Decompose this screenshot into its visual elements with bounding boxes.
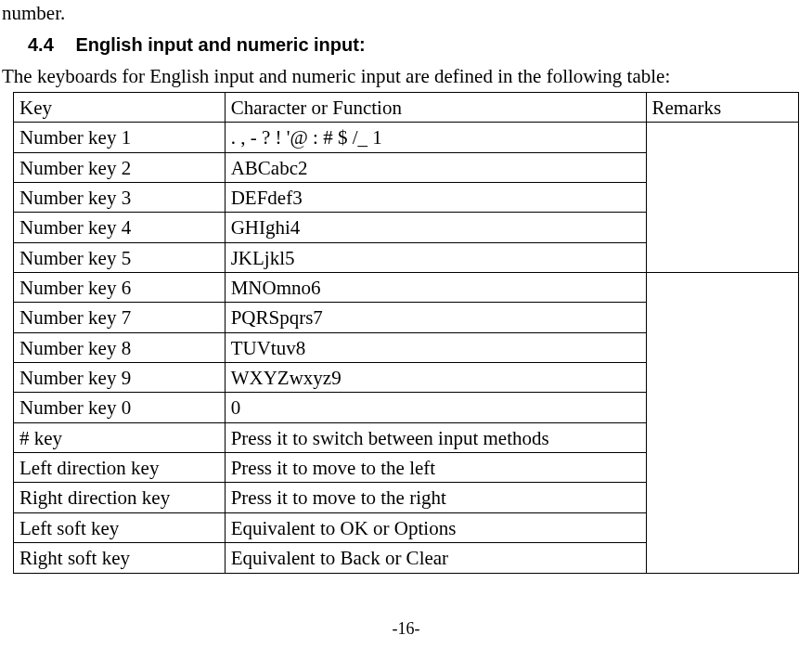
cell-char: Press it to move to the right	[225, 483, 646, 512]
cell-char: PQRSpqrs7	[225, 303, 646, 332]
page-number: -16-	[0, 619, 812, 639]
section-title: English input and numeric input:	[75, 34, 365, 55]
cell-char: Equivalent to OK or Options	[225, 512, 646, 542]
cell-char: TUVtuv8	[225, 332, 646, 362]
cell-char: Press it to switch between input methods	[225, 422, 646, 452]
previous-line-fragment: number.	[2, 2, 812, 25]
header-key: Key	[14, 93, 226, 123]
cell-key: # key	[14, 422, 226, 452]
cell-char: JKLjkl5	[225, 242, 646, 272]
cell-char: GHIghi4	[225, 213, 646, 242]
table-row: Number key 1 . , - ? ! '@ : # $ /_ 1	[14, 123, 799, 152]
cell-char: DEFdef3	[225, 183, 646, 213]
section-heading: 4.4 English input and numeric input:	[28, 34, 812, 56]
cell-char: Press it to move to the left	[225, 453, 646, 483]
table-header-row: Key Character or Function Remarks	[14, 93, 799, 123]
cell-key: Right soft key	[14, 543, 226, 573]
keyboard-table: Key Character or Function Remarks Number…	[13, 92, 799, 574]
cell-char: MNOmno6	[225, 273, 646, 303]
cell-key: Left soft key	[14, 512, 226, 542]
header-char: Character or Function	[225, 93, 646, 123]
cell-char: 0	[225, 393, 646, 422]
cell-char: . , - ? ! '@ : # $ /_ 1	[225, 123, 646, 152]
cell-remarks-group2	[646, 273, 798, 573]
cell-key: Number key 6	[14, 273, 226, 303]
cell-key: Number key 9	[14, 363, 226, 393]
table-row: Number key 6 MNOmno6	[14, 273, 799, 303]
header-remarks: Remarks	[646, 93, 798, 123]
cell-key: Number key 1	[14, 123, 226, 152]
cell-key: Number key 0	[14, 393, 226, 422]
cell-char: WXYZwxyz9	[225, 363, 646, 393]
cell-remarks-group1	[646, 123, 798, 273]
cell-key: Right direction key	[14, 483, 226, 512]
cell-key: Number key 2	[14, 152, 226, 182]
cell-char: Equivalent to Back or Clear	[225, 543, 646, 573]
cell-key: Number key 8	[14, 332, 226, 362]
intro-text: The keyboards for English input and nume…	[2, 65, 812, 88]
cell-key: Number key 3	[14, 183, 226, 213]
cell-key: Number key 7	[14, 303, 226, 332]
section-number: 4.4	[28, 34, 54, 56]
cell-key: Number key 5	[14, 242, 226, 272]
cell-key: Number key 4	[14, 213, 226, 242]
cell-key: Left direction key	[14, 453, 226, 483]
cell-char: ABCabc2	[225, 152, 646, 182]
